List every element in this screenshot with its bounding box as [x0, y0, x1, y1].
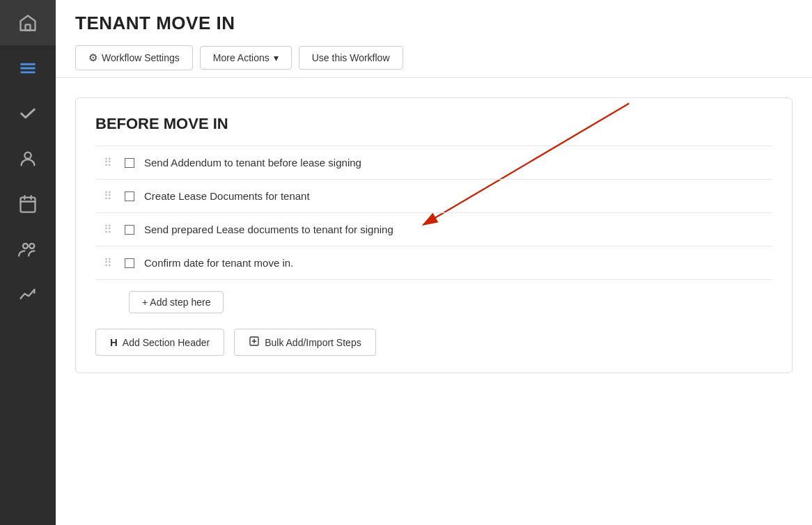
sidebar-item-list[interactable]	[0, 45, 56, 91]
task-item: ⠿ Confirm date for tenant move in.	[95, 246, 772, 280]
gear-icon: ⚙	[88, 52, 97, 64]
section-title: BEFORE MOVE IN	[95, 115, 772, 133]
task-item: ⠿ Send prepared Lease documents to tenan…	[95, 213, 772, 246]
drag-handle-icon[interactable]: ⠿	[104, 156, 112, 169]
bulk-add-icon	[249, 336, 260, 349]
bulk-add-button[interactable]: Bulk Add/Import Steps	[234, 329, 376, 356]
sidebar-item-calendar[interactable]	[0, 181, 56, 226]
section-header-icon: H	[110, 336, 118, 348]
sidebar-item-chart[interactable]	[0, 272, 56, 317]
task-checkbox[interactable]	[125, 158, 134, 168]
task-item: ⠿ Create Lease Documents for tenant	[95, 180, 772, 213]
bottom-actions: H Add Section Header Bulk Add/Import Ste…	[95, 329, 772, 356]
workflow-settings-button[interactable]: ⚙ Workflow Settings	[75, 45, 193, 70]
task-checkbox[interactable]	[125, 258, 134, 268]
add-step-button[interactable]: + Add step here	[129, 291, 224, 313]
svg-rect-5	[21, 197, 36, 212]
toolbar: ⚙ Workflow Settings More Actions ▾ Use t…	[75, 45, 793, 70]
add-step-row: + Add step here	[95, 280, 772, 319]
sidebar-item-person[interactable]	[0, 136, 56, 181]
drag-handle-icon[interactable]: ⠿	[104, 256, 112, 269]
section-card: BEFORE MOVE IN ⠿ Send Addendum to tenant…	[75, 97, 793, 373]
svg-point-9	[23, 243, 28, 248]
sidebar-item-team[interactable]	[0, 226, 56, 272]
add-section-header-button[interactable]: H Add Section Header	[95, 329, 224, 356]
drag-handle-icon[interactable]: ⠿	[104, 223, 112, 236]
header: TENANT MOVE IN ⚙ Workflow Settings More …	[56, 0, 812, 78]
main-content: TENANT MOVE IN ⚙ Workflow Settings More …	[56, 0, 812, 525]
task-list: ⠿ Send Addendum to tenant before lease s…	[95, 146, 772, 280]
task-item: ⠿ Send Addendum to tenant before lease s…	[95, 146, 772, 180]
drag-handle-icon[interactable]: ⠿	[104, 189, 112, 203]
more-actions-button[interactable]: More Actions ▾	[200, 46, 292, 70]
svg-rect-0	[26, 24, 31, 30]
svg-point-4	[24, 152, 31, 158]
sidebar-item-home[interactable]	[0, 0, 56, 45]
svg-point-10	[29, 243, 34, 248]
chevron-down-icon: ▾	[274, 52, 279, 63]
use-workflow-button[interactable]: Use this Workflow	[299, 46, 403, 70]
task-checkbox[interactable]	[125, 191, 134, 201]
content-area: BEFORE MOVE IN ⠿ Send Addendum to tenant…	[56, 78, 812, 525]
sidebar	[0, 0, 56, 525]
task-label: Create Lease Documents for tenant	[144, 190, 310, 202]
sidebar-item-check[interactable]	[0, 91, 56, 136]
task-label: Send prepared Lease documents to tenant …	[144, 224, 393, 235]
page-title: TENANT MOVE IN	[75, 13, 793, 34]
task-label: Confirm date for tenant move in.	[144, 257, 293, 269]
task-label: Send Addendum to tenant before lease sig…	[144, 157, 361, 169]
task-checkbox[interactable]	[125, 225, 134, 235]
